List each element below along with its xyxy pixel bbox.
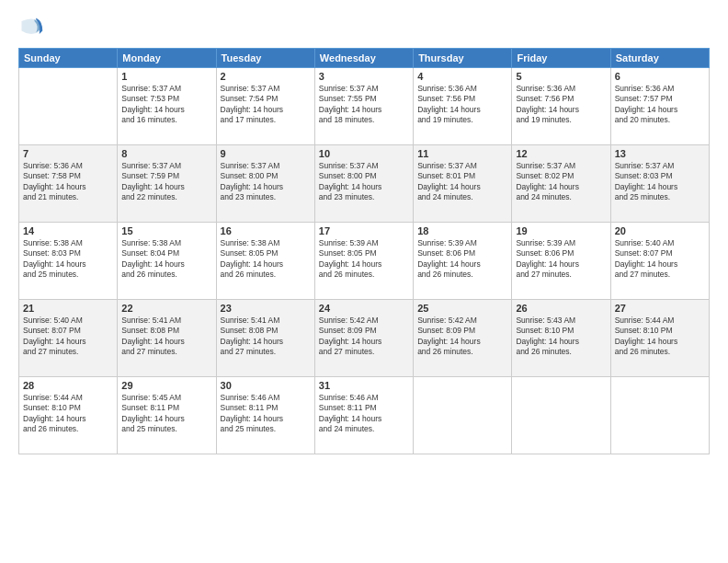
day-number: 31 xyxy=(319,380,409,391)
day-number: 10 xyxy=(319,148,409,159)
day-number: 7 xyxy=(23,148,113,159)
day-info: Sunrise: 5:39 AMSunset: 8:06 PMDaylight:… xyxy=(417,238,507,281)
day-info: Sunrise: 5:40 AMSunset: 8:07 PMDaylight:… xyxy=(23,316,113,358)
day-number: 22 xyxy=(121,303,211,314)
day-info: Sunrise: 5:43 AMSunset: 8:10 PMDaylight:… xyxy=(516,316,606,358)
day-info: Sunrise: 5:37 AMSunset: 7:54 PMDaylight:… xyxy=(221,84,311,126)
day-number: 16 xyxy=(221,225,311,236)
col-header-thursday: Thursday xyxy=(414,49,512,68)
calendar-cell: 24Sunrise: 5:42 AMSunset: 8:09 PMDayligh… xyxy=(314,300,413,377)
calendar-cell: 11Sunrise: 5:37 AMSunset: 8:01 PMDayligh… xyxy=(414,145,512,223)
day-number: 6 xyxy=(615,71,705,82)
calendar-cell: 10Sunrise: 5:37 AMSunset: 8:00 PMDayligh… xyxy=(314,145,413,223)
day-number: 9 xyxy=(221,148,311,159)
day-number: 15 xyxy=(121,225,211,236)
day-info: Sunrise: 5:41 AMSunset: 8:08 PMDaylight:… xyxy=(221,316,311,358)
calendar-table: SundayMondayTuesdayWednesdayThursdayFrid… xyxy=(18,48,710,454)
day-info: Sunrise: 5:40 AMSunset: 8:07 PMDaylight:… xyxy=(615,238,705,281)
day-info: Sunrise: 5:38 AMSunset: 8:04 PMDaylight:… xyxy=(121,238,211,281)
calendar-week-3: 14Sunrise: 5:38 AMSunset: 8:03 PMDayligh… xyxy=(19,223,710,300)
day-info: Sunrise: 5:37 AMSunset: 8:03 PMDaylight:… xyxy=(615,161,705,203)
day-number: 30 xyxy=(221,380,311,391)
logo-icon xyxy=(18,15,44,40)
day-info: Sunrise: 5:36 AMSunset: 7:56 PMDaylight:… xyxy=(417,84,507,126)
calendar-cell: 21Sunrise: 5:40 AMSunset: 8:07 PMDayligh… xyxy=(19,300,118,377)
page-header xyxy=(18,15,710,40)
day-info: Sunrise: 5:46 AMSunset: 8:11 PMDaylight:… xyxy=(221,393,311,435)
calendar-cell: 20Sunrise: 5:40 AMSunset: 8:07 PMDayligh… xyxy=(610,223,709,300)
calendar-cell: 17Sunrise: 5:39 AMSunset: 8:05 PMDayligh… xyxy=(314,223,413,300)
day-info: Sunrise: 5:37 AMSunset: 8:01 PMDaylight:… xyxy=(417,161,507,203)
calendar-cell: 26Sunrise: 5:43 AMSunset: 8:10 PMDayligh… xyxy=(512,300,610,377)
calendar-cell xyxy=(414,377,512,454)
day-number: 11 xyxy=(417,148,507,159)
calendar-cell: 14Sunrise: 5:38 AMSunset: 8:03 PMDayligh… xyxy=(19,223,118,300)
day-info: Sunrise: 5:36 AMSunset: 7:56 PMDaylight:… xyxy=(516,84,606,126)
day-number: 24 xyxy=(319,303,409,314)
day-info: Sunrise: 5:39 AMSunset: 8:06 PMDaylight:… xyxy=(516,238,606,281)
day-number: 3 xyxy=(319,71,409,82)
calendar-week-2: 7Sunrise: 5:36 AMSunset: 7:58 PMDaylight… xyxy=(19,145,710,223)
day-number: 26 xyxy=(516,303,606,314)
day-number: 25 xyxy=(417,303,507,314)
calendar-cell xyxy=(512,377,610,454)
day-number: 2 xyxy=(221,71,311,82)
calendar-week-5: 28Sunrise: 5:44 AMSunset: 8:10 PMDayligh… xyxy=(19,377,710,454)
col-header-monday: Monday xyxy=(118,49,216,68)
calendar-cell: 19Sunrise: 5:39 AMSunset: 8:06 PMDayligh… xyxy=(512,223,610,300)
day-info: Sunrise: 5:37 AMSunset: 7:55 PMDaylight:… xyxy=(319,84,409,126)
col-header-friday: Friday xyxy=(512,49,610,68)
logo xyxy=(18,15,48,40)
day-info: Sunrise: 5:42 AMSunset: 8:09 PMDaylight:… xyxy=(417,316,507,358)
calendar-header-row: SundayMondayTuesdayWednesdayThursdayFrid… xyxy=(19,49,710,68)
day-number: 20 xyxy=(615,225,705,236)
day-number: 28 xyxy=(23,380,113,391)
day-info: Sunrise: 5:39 AMSunset: 8:05 PMDaylight:… xyxy=(319,238,409,281)
day-number: 12 xyxy=(516,148,606,159)
calendar-cell: 18Sunrise: 5:39 AMSunset: 8:06 PMDayligh… xyxy=(414,223,512,300)
calendar-cell: 5Sunrise: 5:36 AMSunset: 7:56 PMDaylight… xyxy=(512,68,610,145)
day-info: Sunrise: 5:38 AMSunset: 8:03 PMDaylight:… xyxy=(23,238,113,281)
calendar-cell: 3Sunrise: 5:37 AMSunset: 7:55 PMDaylight… xyxy=(314,68,413,145)
day-info: Sunrise: 5:36 AMSunset: 7:57 PMDaylight:… xyxy=(615,84,705,126)
day-number: 5 xyxy=(516,71,606,82)
day-number: 19 xyxy=(516,225,606,236)
day-info: Sunrise: 5:46 AMSunset: 8:11 PMDaylight:… xyxy=(319,393,409,435)
calendar-cell: 29Sunrise: 5:45 AMSunset: 8:11 PMDayligh… xyxy=(118,377,216,454)
day-number: 13 xyxy=(615,148,705,159)
day-info: Sunrise: 5:36 AMSunset: 7:58 PMDaylight:… xyxy=(23,161,113,203)
calendar-cell: 28Sunrise: 5:44 AMSunset: 8:10 PMDayligh… xyxy=(19,377,118,454)
day-info: Sunrise: 5:37 AMSunset: 7:59 PMDaylight:… xyxy=(121,161,211,203)
day-number: 14 xyxy=(23,225,113,236)
calendar-week-1: 1Sunrise: 5:37 AMSunset: 7:53 PMDaylight… xyxy=(19,68,710,145)
col-header-sunday: Sunday xyxy=(19,49,118,68)
col-header-tuesday: Tuesday xyxy=(216,49,314,68)
calendar-cell: 13Sunrise: 5:37 AMSunset: 8:03 PMDayligh… xyxy=(610,145,709,223)
calendar-cell: 22Sunrise: 5:41 AMSunset: 8:08 PMDayligh… xyxy=(118,300,216,377)
calendar-cell: 15Sunrise: 5:38 AMSunset: 8:04 PMDayligh… xyxy=(118,223,216,300)
day-info: Sunrise: 5:37 AMSunset: 8:00 PMDaylight:… xyxy=(319,161,409,203)
calendar-cell: 30Sunrise: 5:46 AMSunset: 8:11 PMDayligh… xyxy=(216,377,314,454)
calendar-week-4: 21Sunrise: 5:40 AMSunset: 8:07 PMDayligh… xyxy=(19,300,710,377)
calendar-cell: 31Sunrise: 5:46 AMSunset: 8:11 PMDayligh… xyxy=(314,377,413,454)
calendar-cell: 4Sunrise: 5:36 AMSunset: 7:56 PMDaylight… xyxy=(414,68,512,145)
day-number: 29 xyxy=(121,380,211,391)
col-header-wednesday: Wednesday xyxy=(314,49,413,68)
day-info: Sunrise: 5:37 AMSunset: 7:53 PMDaylight:… xyxy=(121,84,211,126)
calendar-cell: 6Sunrise: 5:36 AMSunset: 7:57 PMDaylight… xyxy=(610,68,709,145)
day-info: Sunrise: 5:44 AMSunset: 8:10 PMDaylight:… xyxy=(615,316,705,358)
day-number: 4 xyxy=(417,71,507,82)
calendar-cell: 9Sunrise: 5:37 AMSunset: 8:00 PMDaylight… xyxy=(216,145,314,223)
day-info: Sunrise: 5:42 AMSunset: 8:09 PMDaylight:… xyxy=(319,316,409,358)
day-info: Sunrise: 5:37 AMSunset: 8:00 PMDaylight:… xyxy=(221,161,311,203)
day-info: Sunrise: 5:41 AMSunset: 8:08 PMDaylight:… xyxy=(121,316,211,358)
calendar-cell: 8Sunrise: 5:37 AMSunset: 7:59 PMDaylight… xyxy=(118,145,216,223)
day-number: 8 xyxy=(121,148,211,159)
calendar-cell: 27Sunrise: 5:44 AMSunset: 8:10 PMDayligh… xyxy=(610,300,709,377)
day-number: 27 xyxy=(615,303,705,314)
calendar-cell: 1Sunrise: 5:37 AMSunset: 7:53 PMDaylight… xyxy=(118,68,216,145)
day-info: Sunrise: 5:44 AMSunset: 8:10 PMDaylight:… xyxy=(23,393,113,435)
day-number: 17 xyxy=(319,225,409,236)
calendar-cell xyxy=(610,377,709,454)
day-number: 18 xyxy=(417,225,507,236)
